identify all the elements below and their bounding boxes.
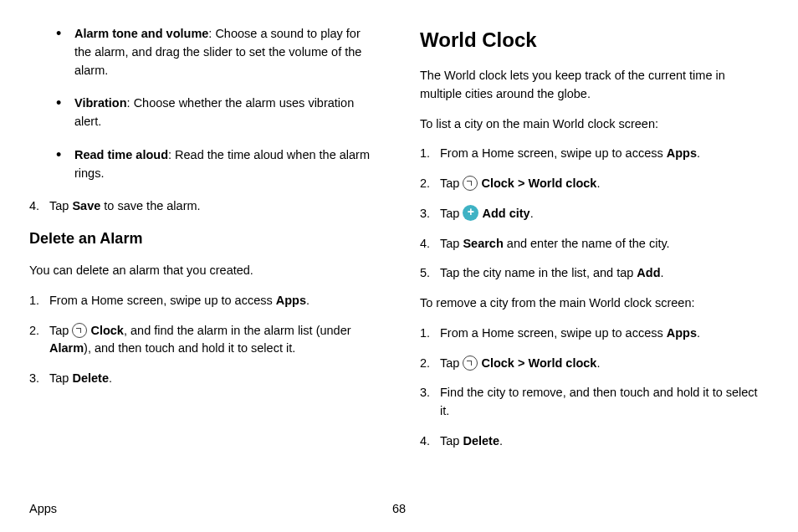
step-text: . [596,176,600,190]
world-clock-heading: World Clock [420,25,769,55]
list-item: Tap Clock, and find the alarm in the ala… [29,322,378,359]
bullet-item: Alarm tone and volume: Choose a sound to… [29,25,378,79]
footer-page-number: 68 [392,502,406,515]
step-text: Tap [49,371,72,385]
delete-alarm-intro: You can delete an alarm that you created… [29,262,378,280]
step-text: From a Home screen, swipe up to access [440,326,667,340]
step-text: . [661,266,664,279]
step-bold: Apps [276,294,306,307]
world-clock-list-intro: To list a city on the main World clock s… [420,115,769,134]
clock-icon [463,176,478,191]
step-text: Tap [440,237,463,250]
delete-alarm-heading: Delete an Alarm [29,228,378,250]
step-bold: Alarm [49,341,84,355]
step-text: . [530,207,534,220]
step-text: Tap [49,324,72,337]
step-bold: Search [463,237,503,250]
step-text: . [697,326,700,340]
step-bold: Apps [667,146,697,160]
step-bold: Add [637,266,660,279]
step-bold: Save [72,199,100,212]
list-item: From a Home screen, swipe up to access A… [420,145,769,163]
left-column: Alarm tone and volume: Choose a sound to… [29,25,378,494]
bullet-title: Read time aloud [74,148,168,161]
world-clock-remove-intro: To remove a city from the main World clo… [420,294,769,313]
alarm-save-steps: Tap Save to save the alarm. [29,197,378,216]
step-text: From a Home screen, swipe up to access [440,146,667,160]
step-separator: > [514,176,529,190]
bullet-title: Alarm tone and volume [74,27,208,40]
step-text: Find the city to remove, and then touch … [440,386,758,417]
bullet-item: Read time aloud: Read the time aloud whe… [29,146,378,183]
step-text: and enter the name of the city. [504,237,670,250]
clock-icon [72,323,87,338]
step-bold: World clock [528,176,596,190]
step-text: Tap the city name in the list, and tap [440,266,637,279]
step-bold: Apps [667,326,697,340]
step-text: Tap [440,356,463,370]
step-text: to save the alarm. [100,199,200,212]
plus-icon [463,205,478,221]
footer-section: Apps [29,502,57,515]
step-bold: World clock [528,356,596,370]
step-text: Tap [440,434,463,448]
step-text: From a Home screen, swipe up to access [49,294,276,307]
step-bold: Delete [72,371,109,385]
step-bold: Clock [481,176,514,190]
step-text: . [596,356,600,370]
step-text: . [109,371,112,385]
page-content: Alarm tone and volume: Choose a sound to… [29,25,769,494]
world-clock-intro: The World clock lets you keep track of t… [420,67,769,104]
list-item: Tap Add city. [420,205,769,223]
list-item: From a Home screen, swipe up to access A… [29,292,378,310]
list-item: Tap the city name in the list, and tap A… [420,264,769,283]
bullet-title: Vibration [74,96,127,110]
alarm-options-bullets: Alarm tone and volume: Choose a sound to… [29,25,378,182]
step-text: . [499,434,503,448]
delete-alarm-steps: From a Home screen, swipe up to access A… [29,292,378,388]
list-item: Tap Search and enter the name of the cit… [420,235,769,253]
step-bold: Clock [90,324,124,337]
step-text: Tap [440,176,463,190]
step-text: . [697,146,700,160]
step-bold: Clock [481,356,514,370]
world-clock-add-steps: From a Home screen, swipe up to access A… [420,145,769,283]
step-text: ), and then touch and hold it to select … [84,341,295,355]
step-text: , and find the alarm in the alarm list (… [124,324,351,337]
right-column: World Clock The World clock lets you kee… [420,25,769,494]
list-item: Tap Delete. [420,432,769,451]
bullet-item: Vibration: Choose whether the alarm uses… [29,95,378,131]
step-text: . [306,294,309,307]
step-text: Tap [49,199,72,212]
list-item: Find the city to remove, and then touch … [420,384,769,421]
clock-icon [463,356,478,371]
step-separator: > [514,356,529,370]
step-text: Tap [440,207,463,220]
step-bold: Add city [482,207,529,220]
world-clock-remove-steps: From a Home screen, swipe up to access A… [420,325,769,451]
step-bold: Delete [463,434,499,448]
page-footer: Apps 68 [29,494,769,515]
list-item: Tap Delete. [29,370,378,388]
list-item: Tap Clock > World clock. [420,175,769,193]
list-item: From a Home screen, swipe up to access A… [420,325,769,343]
list-item: Tap Clock > World clock. [420,355,769,373]
list-item: Tap Save to save the alarm. [29,197,378,216]
